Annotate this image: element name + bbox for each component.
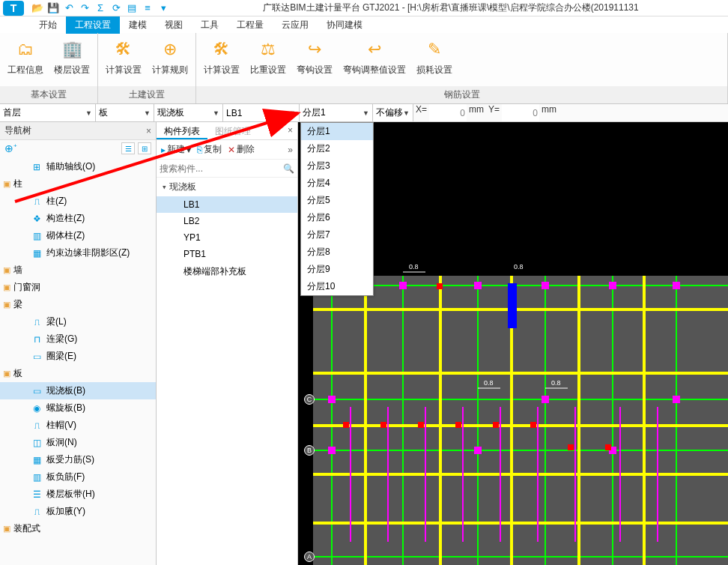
menu-view[interactable]: 视图	[156, 16, 192, 34]
layer-option[interactable]: 分层8	[301, 244, 373, 261]
qat-sum-icon[interactable]: Σ	[94, 2, 106, 14]
menu-quantity[interactable]: 工程量	[228, 16, 273, 34]
component-item[interactable]: YP1	[157, 229, 297, 246]
new-button[interactable]: ▸新建 ▾	[161, 143, 191, 156]
tab-component-list[interactable]: 构件列表	[157, 122, 207, 139]
y-input[interactable]	[502, 104, 539, 121]
component-item[interactable]: PTB1	[157, 246, 297, 262]
layer-option[interactable]: 分层2	[301, 140, 373, 157]
window-title: 广联达BIM土建计量平台 GTJ2021 - [H:\房析君\直播班课\模型\启…	[174, 1, 728, 14]
tree-group[interactable]: ▣门窗洞	[0, 279, 156, 296]
tree-group[interactable]: ▣板	[0, 365, 156, 382]
ribbon-group-title: 钢筋设置	[196, 86, 727, 103]
layer-option[interactable]: 分层9	[301, 261, 373, 278]
qat-save-icon[interactable]: 💾	[47, 2, 59, 14]
nav-panel-header: 导航树 ×	[0, 122, 156, 140]
menu-project-settings[interactable]: 工程设置	[66, 16, 120, 34]
tree-item[interactable]: ◉螺旋板(B)	[0, 399, 156, 417]
tree-group[interactable]: ▣柱	[0, 175, 156, 193]
category-combo[interactable]: 板▼	[96, 104, 154, 121]
component-item[interactable]: 楼梯端部补充板	[157, 262, 297, 281]
grid-label-b: B	[304, 445, 315, 456]
svg-rect-43	[437, 283, 443, 289]
more-icon[interactable]: »	[288, 145, 293, 155]
tree-item[interactable]: ⎍柱(Z)	[0, 193, 156, 210]
layer-option[interactable]: 分层5	[301, 192, 373, 209]
loss-settings-button[interactable]: ✎损耗设置	[415, 36, 454, 78]
floor-settings-button[interactable]: 🏢楼层设置	[52, 36, 91, 78]
nav-expand-icon[interactable]: ⊕+	[4, 142, 17, 154]
layer-option[interactable]: 分层7	[301, 226, 373, 244]
menu-collab[interactable]: 协同建模	[318, 16, 371, 34]
tree-item[interactable]: ☰楼层板带(H)	[0, 486, 156, 503]
view-grid-icon[interactable]: ⊞	[138, 142, 151, 154]
calc-rules-button[interactable]: ⊕计算规则	[151, 36, 189, 78]
qat-redo-icon[interactable]: ↷	[79, 2, 91, 14]
layer-combo[interactable]: 分层1▼	[300, 104, 373, 121]
ribbon-group-basic: 🗂工程信息 🏢楼层设置 基本设置	[0, 33, 98, 103]
tree-item[interactable]: ▭圈梁(E)	[0, 348, 156, 365]
tree-item[interactable]: ▭现浇板(B)	[0, 382, 156, 399]
x-input[interactable]	[429, 104, 467, 121]
layer-dropdown-popup: 分层1分层2分层3分层4分层5分层6分层7分层8分层9分层10	[300, 122, 374, 296]
tree-item[interactable]: ⎍柱帽(V)	[0, 417, 156, 434]
qat-refresh-icon[interactable]: ⟳	[110, 2, 122, 14]
svg-rect-35	[380, 422, 386, 428]
svg-rect-27	[673, 282, 680, 289]
offset-combo[interactable]: 不偏移▼	[373, 104, 413, 121]
close-icon[interactable]: ×	[146, 126, 151, 136]
floor-combo[interactable]: 首层▼	[0, 104, 96, 121]
layer-option[interactable]: 分层4	[301, 175, 373, 192]
svg-rect-29	[542, 396, 549, 403]
search-input[interactable]	[160, 163, 283, 174]
tree-item[interactable]: ▦约束边缘非阴影区(Z)	[0, 244, 156, 262]
tree-item[interactable]: ❖构造柱(Z)	[0, 210, 156, 227]
svg-rect-24	[474, 282, 482, 289]
tree-group[interactable]: ▣墙	[0, 262, 156, 279]
component-group[interactable]: 现浇板	[157, 178, 297, 196]
component-item[interactable]: LB1	[157, 196, 297, 213]
tree-item[interactable]: ▥板负筋(F)	[0, 468, 156, 486]
qat-chart-icon[interactable]: ▤	[126, 2, 138, 14]
tab-drawing-mgmt[interactable]: 图纸管理	[207, 122, 258, 139]
weight-settings-button[interactable]: ⚖比重设置	[249, 36, 288, 78]
component-combo[interactable]: LB1▼	[223, 104, 300, 121]
calc-settings-icon: 🛠	[112, 37, 136, 61]
delete-button[interactable]: ✕删除	[228, 143, 255, 156]
weight-icon: ⚖	[256, 37, 280, 61]
calc-settings-button[interactable]: 🛠计算设置	[104, 36, 143, 78]
tree-item[interactable]: ◫板洞(N)	[0, 434, 156, 451]
layer-option[interactable]: 分层6	[301, 209, 373, 226]
layer-option[interactable]: 分层10	[301, 278, 373, 295]
menu-start[interactable]: 开始	[30, 16, 66, 34]
tree-item[interactable]: ▥砌体柱(Z)	[0, 227, 156, 244]
hook-settings-button[interactable]: ↪弯钩设置	[295, 36, 334, 78]
rebar-calc-button[interactable]: 🛠计算设置	[202, 36, 241, 78]
tree-group[interactable]: ▣梁	[0, 296, 156, 313]
svg-rect-39	[530, 422, 536, 428]
qat-settings-icon[interactable]: ≡	[142, 2, 154, 14]
component-item[interactable]: LB2	[157, 213, 297, 229]
tree-item[interactable]: ⊓连梁(G)	[0, 330, 156, 348]
tree-item[interactable]: ▦板受力筋(S)	[0, 451, 156, 468]
qat-open-icon[interactable]: 📂	[31, 2, 43, 14]
menu-modeling[interactable]: 建模	[120, 16, 156, 34]
tree-item[interactable]: ⊞辅助轴线(O)	[0, 158, 156, 175]
view-list-icon[interactable]: ☰	[121, 142, 135, 154]
copy-button[interactable]: ⎘复制	[197, 143, 222, 156]
qat-more-icon[interactable]: ▾	[157, 2, 169, 14]
menu-cloud[interactable]: 云应用	[273, 16, 318, 34]
qat-undo-icon[interactable]: ↶	[63, 2, 75, 14]
menu-tools[interactable]: 工具	[192, 16, 228, 34]
hook-adjust-button[interactable]: ↩弯钩调整值设置	[342, 36, 407, 78]
tree-item[interactable]: ⎍板加腋(Y)	[0, 503, 156, 520]
type-combo[interactable]: 现浇板▼	[154, 104, 223, 121]
search-icon[interactable]: 🔍	[283, 163, 294, 174]
project-info-button[interactable]: 🗂工程信息	[6, 36, 45, 78]
close-icon[interactable]: ×	[283, 122, 297, 139]
layer-option[interactable]: 分层3	[301, 157, 373, 175]
tree-group[interactable]: ▣装配式	[0, 520, 156, 537]
tree-item[interactable]: ⎍梁(L)	[0, 313, 156, 330]
grid-label-c: C	[304, 394, 315, 405]
layer-option[interactable]: 分层1	[301, 123, 373, 140]
